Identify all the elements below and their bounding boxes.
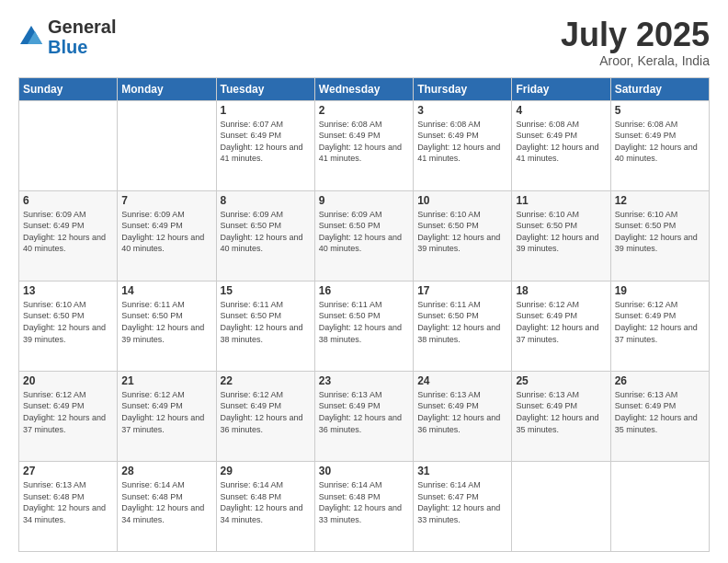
day-info: Sunrise: 6:08 AM Sunset: 6:49 PM Dayligh… bbox=[417, 119, 507, 165]
day-number: 20 bbox=[23, 374, 113, 387]
calendar-cell: 11Sunrise: 6:10 AM Sunset: 6:50 PM Dayli… bbox=[512, 190, 610, 281]
calendar-cell: 14Sunrise: 6:11 AM Sunset: 6:50 PM Dayli… bbox=[118, 281, 216, 371]
calendar-cell: 23Sunrise: 6:13 AM Sunset: 6:49 PM Dayli… bbox=[314, 371, 413, 461]
calendar-cell: 2Sunrise: 6:08 AM Sunset: 6:49 PM Daylig… bbox=[314, 100, 413, 190]
logo-icon bbox=[18, 24, 44, 50]
day-info: Sunrise: 6:13 AM Sunset: 6:49 PM Dayligh… bbox=[516, 389, 606, 435]
calendar-cell: 10Sunrise: 6:10 AM Sunset: 6:50 PM Dayli… bbox=[414, 190, 512, 281]
day-number: 31 bbox=[417, 465, 507, 477]
calendar-week-3: 20Sunrise: 6:12 AM Sunset: 6:49 PM Dayli… bbox=[19, 371, 710, 461]
calendar-cell: 1Sunrise: 6:07 AM Sunset: 6:49 PM Daylig… bbox=[216, 100, 314, 190]
calendar: Sunday Monday Tuesday Wednesday Thursday… bbox=[18, 77, 710, 552]
calendar-cell: 22Sunrise: 6:12 AM Sunset: 6:49 PM Dayli… bbox=[216, 371, 314, 461]
day-info: Sunrise: 6:11 AM Sunset: 6:50 PM Dayligh… bbox=[319, 299, 409, 345]
page: General Blue July 2025 Aroor, Kerala, In… bbox=[0, 0, 728, 563]
calendar-cell bbox=[610, 461, 709, 551]
col-saturday: Saturday bbox=[610, 77, 709, 100]
day-number: 1 bbox=[221, 104, 311, 117]
day-info: Sunrise: 6:09 AM Sunset: 6:49 PM Dayligh… bbox=[23, 209, 113, 255]
calendar-cell: 21Sunrise: 6:12 AM Sunset: 6:49 PM Dayli… bbox=[118, 371, 216, 461]
col-sunday: Sunday bbox=[19, 77, 118, 100]
day-info: Sunrise: 6:14 AM Sunset: 6:47 PM Dayligh… bbox=[417, 479, 507, 525]
calendar-cell: 4Sunrise: 6:08 AM Sunset: 6:49 PM Daylig… bbox=[512, 100, 610, 190]
logo: General Blue bbox=[18, 17, 116, 57]
day-number: 3 bbox=[417, 104, 507, 117]
calendar-week-4: 27Sunrise: 6:13 AM Sunset: 6:48 PM Dayli… bbox=[19, 461, 710, 551]
calendar-week-0: 1Sunrise: 6:07 AM Sunset: 6:49 PM Daylig… bbox=[19, 100, 710, 190]
calendar-cell bbox=[19, 100, 118, 190]
day-info: Sunrise: 6:10 AM Sunset: 6:50 PM Dayligh… bbox=[417, 209, 507, 255]
day-number: 2 bbox=[319, 104, 409, 117]
day-info: Sunrise: 6:11 AM Sunset: 6:50 PM Dayligh… bbox=[417, 299, 507, 345]
day-number: 24 bbox=[417, 374, 507, 387]
day-number: 29 bbox=[221, 465, 311, 477]
day-number: 4 bbox=[516, 104, 606, 117]
day-number: 9 bbox=[319, 194, 409, 207]
calendar-cell: 17Sunrise: 6:11 AM Sunset: 6:50 PM Dayli… bbox=[414, 281, 512, 371]
day-info: Sunrise: 6:08 AM Sunset: 6:49 PM Dayligh… bbox=[615, 119, 705, 165]
calendar-header-row: Sunday Monday Tuesday Wednesday Thursday… bbox=[19, 77, 710, 100]
day-info: Sunrise: 6:09 AM Sunset: 6:49 PM Dayligh… bbox=[121, 209, 211, 255]
title-location: Aroor, Kerala, India bbox=[561, 53, 710, 68]
calendar-cell: 28Sunrise: 6:14 AM Sunset: 6:48 PM Dayli… bbox=[118, 461, 216, 551]
day-number: 26 bbox=[615, 374, 705, 387]
calendar-cell: 30Sunrise: 6:14 AM Sunset: 6:48 PM Dayli… bbox=[314, 461, 413, 551]
calendar-cell bbox=[512, 461, 610, 551]
day-number: 22 bbox=[221, 374, 311, 387]
day-info: Sunrise: 6:11 AM Sunset: 6:50 PM Dayligh… bbox=[121, 299, 211, 345]
logo-general: General bbox=[48, 17, 116, 37]
day-number: 7 bbox=[121, 194, 211, 207]
day-number: 12 bbox=[615, 194, 705, 207]
day-info: Sunrise: 6:14 AM Sunset: 6:48 PM Dayligh… bbox=[221, 479, 311, 525]
day-info: Sunrise: 6:13 AM Sunset: 6:49 PM Dayligh… bbox=[417, 389, 507, 435]
day-info: Sunrise: 6:09 AM Sunset: 6:50 PM Dayligh… bbox=[319, 209, 409, 255]
calendar-cell: 25Sunrise: 6:13 AM Sunset: 6:49 PM Dayli… bbox=[512, 371, 610, 461]
day-info: Sunrise: 6:12 AM Sunset: 6:49 PM Dayligh… bbox=[615, 299, 705, 345]
day-number: 14 bbox=[121, 284, 211, 297]
col-tuesday: Tuesday bbox=[216, 77, 314, 100]
header: General Blue July 2025 Aroor, Kerala, In… bbox=[18, 17, 710, 68]
day-info: Sunrise: 6:07 AM Sunset: 6:49 PM Dayligh… bbox=[221, 119, 311, 165]
calendar-cell: 19Sunrise: 6:12 AM Sunset: 6:49 PM Dayli… bbox=[610, 281, 709, 371]
day-info: Sunrise: 6:08 AM Sunset: 6:49 PM Dayligh… bbox=[516, 119, 606, 165]
col-wednesday: Wednesday bbox=[314, 77, 413, 100]
day-info: Sunrise: 6:14 AM Sunset: 6:48 PM Dayligh… bbox=[121, 479, 211, 525]
day-number: 13 bbox=[23, 284, 113, 297]
calendar-cell: 12Sunrise: 6:10 AM Sunset: 6:50 PM Dayli… bbox=[610, 190, 709, 281]
calendar-cell: 29Sunrise: 6:14 AM Sunset: 6:48 PM Dayli… bbox=[216, 461, 314, 551]
col-friday: Friday bbox=[512, 77, 610, 100]
calendar-cell: 13Sunrise: 6:10 AM Sunset: 6:50 PM Dayli… bbox=[19, 281, 118, 371]
day-info: Sunrise: 6:08 AM Sunset: 6:49 PM Dayligh… bbox=[319, 119, 409, 165]
calendar-cell bbox=[118, 100, 216, 190]
day-number: 28 bbox=[121, 465, 211, 477]
col-thursday: Thursday bbox=[414, 77, 512, 100]
day-info: Sunrise: 6:14 AM Sunset: 6:48 PM Dayligh… bbox=[319, 479, 409, 525]
day-number: 16 bbox=[319, 284, 409, 297]
calendar-cell: 24Sunrise: 6:13 AM Sunset: 6:49 PM Dayli… bbox=[414, 371, 512, 461]
logo-blue: Blue bbox=[48, 37, 87, 57]
day-number: 19 bbox=[615, 284, 705, 297]
day-number: 17 bbox=[417, 284, 507, 297]
day-info: Sunrise: 6:12 AM Sunset: 6:49 PM Dayligh… bbox=[221, 389, 311, 435]
calendar-cell: 16Sunrise: 6:11 AM Sunset: 6:50 PM Dayli… bbox=[314, 281, 413, 371]
day-info: Sunrise: 6:10 AM Sunset: 6:50 PM Dayligh… bbox=[23, 299, 113, 345]
day-number: 30 bbox=[319, 465, 409, 477]
day-info: Sunrise: 6:13 AM Sunset: 6:49 PM Dayligh… bbox=[319, 389, 409, 435]
day-info: Sunrise: 6:12 AM Sunset: 6:49 PM Dayligh… bbox=[23, 389, 113, 435]
day-number: 6 bbox=[23, 194, 113, 207]
calendar-cell: 9Sunrise: 6:09 AM Sunset: 6:50 PM Daylig… bbox=[314, 190, 413, 281]
calendar-week-2: 13Sunrise: 6:10 AM Sunset: 6:50 PM Dayli… bbox=[19, 281, 710, 371]
calendar-cell: 3Sunrise: 6:08 AM Sunset: 6:49 PM Daylig… bbox=[414, 100, 512, 190]
day-number: 10 bbox=[417, 194, 507, 207]
day-number: 5 bbox=[615, 104, 705, 117]
day-info: Sunrise: 6:10 AM Sunset: 6:50 PM Dayligh… bbox=[615, 209, 705, 255]
day-number: 15 bbox=[221, 284, 311, 297]
calendar-cell: 6Sunrise: 6:09 AM Sunset: 6:49 PM Daylig… bbox=[19, 190, 118, 281]
day-info: Sunrise: 6:10 AM Sunset: 6:50 PM Dayligh… bbox=[516, 209, 606, 255]
day-info: Sunrise: 6:11 AM Sunset: 6:50 PM Dayligh… bbox=[221, 299, 311, 345]
day-info: Sunrise: 6:13 AM Sunset: 6:48 PM Dayligh… bbox=[23, 479, 113, 525]
calendar-cell: 15Sunrise: 6:11 AM Sunset: 6:50 PM Dayli… bbox=[216, 281, 314, 371]
day-number: 21 bbox=[121, 374, 211, 387]
day-info: Sunrise: 6:12 AM Sunset: 6:49 PM Dayligh… bbox=[516, 299, 606, 345]
calendar-cell: 5Sunrise: 6:08 AM Sunset: 6:49 PM Daylig… bbox=[610, 100, 709, 190]
